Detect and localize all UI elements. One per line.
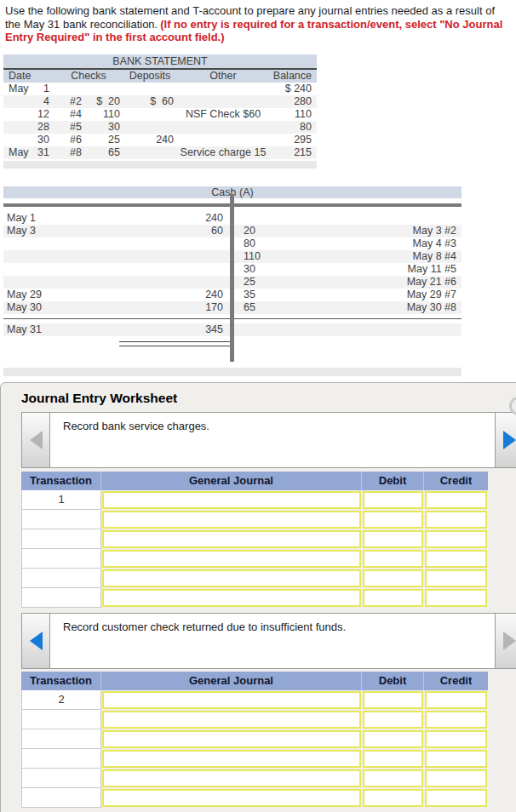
cell-balance: 80: [271, 121, 317, 134]
account-field[interactable]: [102, 511, 361, 529]
account-field-wrap: [101, 529, 362, 549]
account-field[interactable]: [102, 711, 361, 729]
cell-date-month: [3, 108, 34, 121]
column-header-deposits: Deposits: [124, 70, 175, 83]
debit-field-wrap: [362, 490, 424, 510]
journal-row: [21, 769, 488, 788]
credit-field-wrap: [424, 549, 488, 569]
column-header-balance: Balance: [271, 70, 317, 83]
account-field[interactable]: [102, 530, 361, 548]
debit-field-wrap: [362, 569, 424, 588]
bank-statement-row: 12#4110NSF Check $60110: [3, 108, 317, 121]
debit-field[interactable]: [363, 569, 423, 587]
debit-field[interactable]: [363, 750, 423, 768]
journal-row: [21, 749, 488, 769]
cell-check-number: #6: [53, 134, 92, 146]
next-transaction-button[interactable]: [495, 412, 516, 468]
account-field[interactable]: [102, 730, 361, 748]
journal-table-1: TransactionGeneral JournalDebitCredit1: [21, 472, 488, 608]
bank-statement-row: May1$ 240: [3, 83, 317, 95]
credit-field[interactable]: [425, 550, 487, 568]
journal-row: [21, 569, 488, 588]
journal-row: [21, 710, 488, 729]
account-field[interactable]: [102, 691, 361, 709]
cell-date: May31: [3, 146, 53, 159]
debit-field[interactable]: [363, 511, 423, 529]
credit-field-wrap: [424, 569, 488, 588]
journal-column-header: Debit: [362, 672, 424, 690]
credit-field[interactable]: [425, 589, 487, 607]
debit-date: [3, 276, 85, 289]
debit-field[interactable]: [363, 530, 423, 548]
debit-field[interactable]: [363, 589, 423, 607]
credit-field[interactable]: [425, 691, 487, 709]
credit-field-wrap: [424, 788, 488, 808]
credit-field[interactable]: [425, 491, 487, 509]
next-transaction-button[interactable]: [495, 613, 516, 669]
debit-field-wrap: [362, 549, 424, 569]
debit-field[interactable]: [363, 550, 423, 568]
bank-statement-column-headers: Date Checks Deposits Other Balance: [3, 70, 317, 83]
arrow-left-icon: [30, 632, 43, 650]
account-field-wrap: [101, 549, 362, 569]
debit-amount: [85, 276, 230, 289]
account-field[interactable]: [102, 789, 361, 807]
credit-field[interactable]: [425, 711, 487, 729]
arrow-right-icon: [503, 632, 516, 650]
cell-date: 4: [3, 95, 53, 108]
debit-amount: [85, 263, 230, 276]
credit-field-wrap: [424, 490, 488, 510]
credit-date: May 30 #8: [312, 301, 462, 314]
instructions: Use the following bank statement and T-a…: [0, 0, 516, 44]
credit-field-wrap: [424, 729, 488, 749]
bank-statement-row: 28#53080: [3, 121, 317, 134]
account-field[interactable]: [102, 589, 361, 607]
cell-check-amount: $ 20: [92, 95, 124, 108]
cell-date: 28: [3, 121, 53, 134]
cell-balance: 215: [271, 146, 317, 159]
cell-check-number: #4: [53, 108, 92, 121]
debit-field-wrap: [362, 729, 424, 749]
cell-balance: 295: [271, 134, 317, 146]
account-field[interactable]: [102, 550, 361, 568]
transaction-prompt-1: Record bank service charges.: [50, 412, 495, 468]
credit-field[interactable]: [425, 789, 487, 807]
account-field-wrap: [101, 729, 362, 749]
credit-date: May 21 #6: [312, 276, 462, 289]
transaction-number-cell: [21, 749, 101, 769]
debit-field[interactable]: [363, 789, 423, 807]
previous-transaction-button[interactable]: [21, 412, 50, 468]
account-field-wrap: [101, 710, 362, 729]
debit-date: May 29: [3, 289, 85, 301]
transaction-number-cell: [21, 729, 101, 749]
credit-field[interactable]: [425, 750, 487, 768]
credit-field-wrap: [424, 710, 488, 729]
debit-field[interactable]: [363, 730, 423, 748]
account-field[interactable]: [102, 569, 361, 587]
debit-field[interactable]: [363, 769, 423, 787]
credit-field-wrap: [424, 529, 488, 549]
debit-field[interactable]: [363, 691, 423, 709]
credit-field[interactable]: [425, 530, 487, 548]
journal-entry-worksheet: Journal Entry Worksheet Record bank serv…: [0, 382, 516, 812]
debit-field[interactable]: [363, 491, 423, 509]
journal-column-header: Transaction: [21, 672, 101, 690]
debit-field-wrap: [362, 710, 424, 729]
t-account-footer-band: [3, 368, 462, 376]
credit-field[interactable]: [425, 730, 487, 748]
credit-amount: 65: [235, 301, 312, 314]
bank-statement-row: 4#2$ 20$ 60280: [3, 95, 317, 108]
debit-field[interactable]: [363, 711, 423, 729]
debit-amount: [85, 250, 230, 263]
cell-check-number: #5: [53, 121, 92, 134]
journal-row: [21, 588, 488, 608]
credit-field[interactable]: [425, 569, 487, 587]
credit-field-wrap: [424, 769, 488, 788]
credit-amount: 30: [235, 263, 312, 276]
account-field[interactable]: [102, 491, 361, 509]
account-field[interactable]: [102, 769, 361, 787]
credit-field[interactable]: [425, 769, 487, 787]
previous-transaction-button[interactable]: [21, 613, 50, 669]
credit-field[interactable]: [425, 511, 487, 529]
account-field[interactable]: [102, 750, 361, 768]
